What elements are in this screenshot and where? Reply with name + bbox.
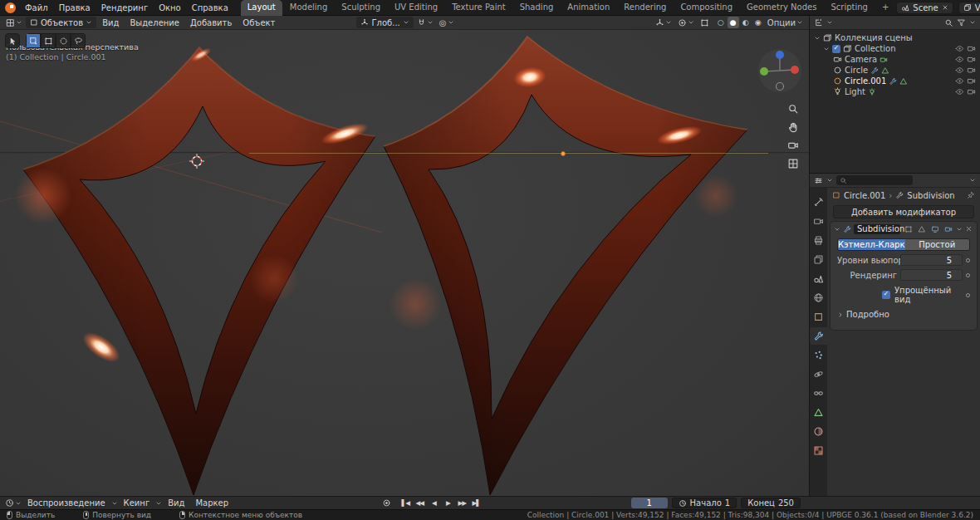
disable-render-icon[interactable] bbox=[967, 87, 976, 96]
gizmo-x-axis[interactable] bbox=[791, 66, 799, 74]
add-modifier-button[interactable]: Добавить модификатор bbox=[833, 205, 974, 218]
properties-tab-scene[interactable] bbox=[810, 270, 827, 287]
jump-to-end-button[interactable]: ▶▌ bbox=[470, 498, 483, 508]
modifier-cage-toggle[interactable] bbox=[916, 223, 927, 234]
properties-search-input[interactable] bbox=[836, 175, 913, 185]
mode-dropdown[interactable]: Объектов bbox=[26, 17, 96, 28]
workspace-tab-rendering[interactable]: Rendering bbox=[617, 0, 673, 16]
workspace-tab-compositing[interactable]: Compositing bbox=[674, 0, 739, 16]
proportional-editing-toggle[interactable]: ◎ bbox=[437, 18, 457, 27]
pan-hand-icon[interactable] bbox=[787, 121, 799, 133]
snapping-toggle[interactable] bbox=[414, 18, 436, 27]
disable-render-icon[interactable] bbox=[967, 66, 976, 75]
animate-dot-icon[interactable] bbox=[966, 258, 970, 262]
menu-edit[interactable]: Правка bbox=[54, 2, 96, 14]
properties-tab-render[interactable] bbox=[810, 213, 827, 230]
optimal-display-checkbox[interactable] bbox=[882, 291, 890, 299]
camera-view-icon[interactable] bbox=[787, 140, 799, 151]
workspace-tab-scripting[interactable]: Scripting bbox=[824, 0, 874, 16]
chevron-down-icon[interactable] bbox=[969, 177, 976, 184]
simple-button[interactable]: Простой bbox=[905, 239, 969, 250]
properties-tab-view-layer[interactable] bbox=[810, 251, 827, 268]
menu-marker[interactable]: Маркер bbox=[190, 498, 233, 508]
workspace-tab-texture-paint[interactable]: Texture Paint bbox=[445, 0, 512, 16]
search-icon[interactable] bbox=[944, 18, 953, 27]
properties-tab-material[interactable] bbox=[810, 423, 827, 440]
mesh-object-circle[interactable] bbox=[15, 46, 375, 495]
zoom-icon[interactable] bbox=[787, 103, 799, 115]
properties-tab-object-data[interactable] bbox=[810, 404, 827, 421]
menu-file[interactable]: Файл bbox=[20, 2, 53, 14]
workspace-tab-geometry-nodes[interactable]: Geometry Nodes bbox=[740, 0, 823, 16]
outliner-row-scene-collection[interactable]: Коллекция сцены bbox=[811, 32, 978, 43]
properties-editor-icon[interactable] bbox=[814, 176, 823, 185]
modifier-name-field[interactable]: Subdivision bbox=[854, 224, 900, 234]
hide-eye-icon[interactable] bbox=[955, 55, 964, 64]
workspace-tab-modeling[interactable]: Modeling bbox=[283, 0, 335, 16]
shading-wireframe-button[interactable]: ○ bbox=[715, 17, 727, 28]
workspace-tab-animation[interactable]: Animation bbox=[561, 0, 616, 16]
menu-select[interactable]: Выделение bbox=[125, 18, 184, 27]
select-circle-tool-button[interactable] bbox=[56, 33, 71, 48]
outliner-row-light[interactable]: Light bbox=[811, 86, 978, 97]
workspace-tab-sculpting[interactable]: Sculpting bbox=[335, 0, 387, 16]
outliner-row-collection[interactable]: Collection bbox=[811, 43, 978, 54]
frame-end-field[interactable]: Конец 250 bbox=[741, 498, 801, 508]
select-box-tool-alt-button[interactable] bbox=[41, 33, 56, 48]
catmull-clark-button[interactable]: Кэтмелл-Кларк bbox=[838, 239, 905, 250]
animate-dot-icon[interactable] bbox=[966, 273, 970, 277]
modifier-edit-mode-toggle[interactable] bbox=[903, 223, 914, 234]
outliner-row-circle-001[interactable]: Circle.001 bbox=[811, 76, 978, 86]
current-frame-field[interactable]: 1 bbox=[631, 498, 668, 508]
animate-dot-icon[interactable] bbox=[966, 293, 970, 297]
shading-material-button[interactable]: ◐ bbox=[740, 17, 752, 28]
menu-render[interactable]: Рендеринг bbox=[96, 2, 153, 14]
toggle-ortho-icon[interactable] bbox=[787, 158, 799, 169]
frame-start-field[interactable]: Начало 1 bbox=[672, 498, 737, 508]
select-lasso-tool-button[interactable] bbox=[71, 33, 86, 48]
disable-render-icon[interactable] bbox=[967, 76, 976, 86]
shading-solid-button[interactable]: ● bbox=[728, 17, 739, 28]
close-icon[interactable] bbox=[965, 225, 973, 233]
expand-icon[interactable] bbox=[814, 35, 821, 42]
timeline-editor-icon[interactable] bbox=[5, 498, 14, 508]
viewlayer-selector[interactable]: ViewLayer bbox=[958, 2, 980, 14]
properties-tab-particles[interactable] bbox=[810, 346, 827, 364]
hide-eye-icon[interactable] bbox=[955, 66, 964, 75]
gizmo-y-axis[interactable] bbox=[760, 67, 768, 76]
properties-tab-physics[interactable] bbox=[810, 365, 827, 383]
breadcrumb-modifier[interactable]: Subdivision bbox=[907, 191, 954, 200]
transform-orientation-dropdown[interactable]: Глоб... bbox=[356, 17, 413, 28]
show-gizmo-dropdown[interactable] bbox=[653, 18, 674, 27]
workspace-tab-layout[interactable]: Layout bbox=[241, 0, 282, 16]
pin-icon[interactable] bbox=[967, 191, 975, 199]
navigation-gizmo[interactable] bbox=[756, 47, 804, 95]
play-button[interactable]: ▶ bbox=[442, 498, 454, 508]
gizmo-z-axis[interactable] bbox=[776, 51, 784, 59]
properties-tab-world[interactable] bbox=[810, 289, 827, 307]
play-reverse-button[interactable]: ◀ bbox=[428, 498, 440, 508]
levels-viewport-input[interactable]: 5 bbox=[900, 254, 963, 266]
editor-type-dropdown[interactable] bbox=[3, 18, 25, 27]
hide-eye-icon[interactable] bbox=[955, 44, 964, 53]
menu-help[interactable]: Справка bbox=[187, 2, 233, 14]
menu-add[interactable]: Добавить bbox=[185, 18, 237, 27]
modifier-render-toggle[interactable] bbox=[943, 223, 953, 234]
menu-window[interactable]: Окно bbox=[154, 2, 186, 14]
menu-view-timeline[interactable]: Вид bbox=[163, 498, 189, 508]
jump-to-start-button[interactable]: ▌◀ bbox=[399, 498, 412, 508]
prev-keyframe-button[interactable]: ◀◀ bbox=[414, 498, 426, 508]
advanced-expander[interactable]: Подробно bbox=[837, 310, 970, 319]
chevron-down-icon[interactable] bbox=[969, 19, 976, 26]
record-button[interactable] bbox=[382, 498, 391, 508]
properties-tab-tool[interactable] bbox=[810, 194, 827, 211]
mesh-object-circle-001[interactable] bbox=[384, 37, 747, 495]
modifier-extras-icon[interactable] bbox=[956, 226, 963, 233]
hide-eye-icon[interactable] bbox=[955, 76, 964, 86]
properties-tab-constraints[interactable] bbox=[810, 385, 827, 402]
tweak-tool-button[interactable] bbox=[5, 33, 20, 48]
menu-keying[interactable]: Кеинг bbox=[119, 498, 155, 508]
xray-toggle[interactable] bbox=[698, 18, 712, 27]
unlink-scene-icon[interactable] bbox=[942, 4, 948, 11]
menu-playback[interactable]: Воспроизведение bbox=[22, 498, 110, 508]
